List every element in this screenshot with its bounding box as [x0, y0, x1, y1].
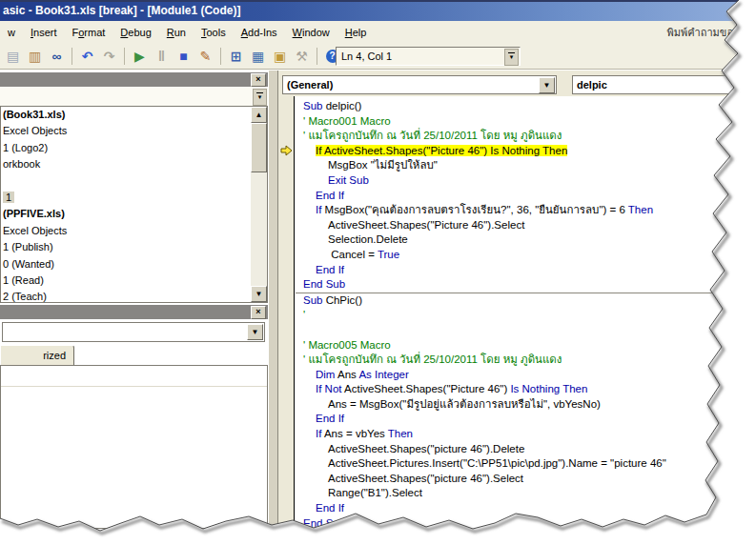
tree-item[interactable]: (Book31.xls) — [1, 107, 267, 123]
code-line[interactable]: ' — [296, 308, 756, 323]
code-line[interactable]: ActiveSheet.Shapes("picture 46").Select — [296, 472, 756, 487]
code-line[interactable]: ActiveSheet.Shapes("Picture 46").Select — [296, 218, 756, 233]
code-line[interactable] — [296, 323, 756, 338]
tree-item[interactable] — [1, 173, 267, 190]
copy-icon[interactable]: ▤ — [3, 47, 23, 66]
properties-window-icon[interactable]: ▦ — [248, 47, 268, 66]
menu-item-w[interactable]: w — [0, 21, 23, 44]
tree-item[interactable]: 1 (Logo2) — [1, 140, 267, 156]
code-line[interactable]: Range("B1").Select — [296, 486, 756, 501]
toolbar-separator — [124, 48, 125, 65]
tree-scrollbar-thumb[interactable] — [251, 123, 267, 172]
code-line[interactable]: End If — [296, 263, 756, 278]
toolbox-icon[interactable]: ⚒ — [292, 47, 312, 66]
object-dropdown-arrow-icon[interactable]: ▼ — [539, 77, 555, 93]
run-icon[interactable]: ▶ — [130, 47, 150, 66]
find-icon[interactable]: ∞ — [47, 47, 67, 66]
tree-item[interactable]: (PPFIVE.xls) — [1, 206, 267, 222]
menu-item-window[interactable]: Window — [285, 21, 337, 44]
code-line[interactable]: ActiveSheet.Pictures.Insert("C:\PP51\pic… — [296, 456, 756, 472]
object-dropdown-value: (General) — [287, 79, 333, 91]
vba-editor-window: asic - Book31.xls [break] - [Module1 (Co… — [0, 0, 756, 545]
code-line[interactable]: Exit Sub — [296, 173, 756, 189]
tree-item[interactable]: 0 (Wanted) — [1, 256, 267, 272]
menu-item-tools[interactable]: Tools — [194, 21, 234, 44]
code-line[interactable]: End If — [296, 412, 756, 427]
line-col-indicator[interactable]: Ln 4, Col 1 ▾ — [336, 47, 521, 66]
code-line[interactable]: End Sub — [296, 516, 756, 532]
code-lines: Sub delpic()' Macro001 Macro' แมโครถูกบั… — [296, 99, 756, 531]
project-toolbar-row: ▾ — [0, 87, 268, 107]
reset-icon[interactable]: ■ — [174, 47, 194, 66]
project-panel-header[interactable]: × — [0, 72, 268, 87]
code-line[interactable]: End Sub — [296, 277, 756, 293]
code-line[interactable]: MsgBox "ไม่มีรูปให้ลบ" — [296, 158, 756, 173]
code-line[interactable]: Selection.Delete — [296, 232, 756, 248]
properties-grid-divider — [1, 386, 267, 387]
help-question-box[interactable]: พิมพ์คำถามขอ — [661, 21, 739, 44]
code-editor[interactable]: Sub delpic()' Macro001 Macro' แมโครถูกบั… — [296, 96, 756, 545]
window-title: asic - Book31.xls [break] - [Module1 (Co… — [0, 2, 756, 20]
code-line[interactable]: Cancel = True — [296, 248, 756, 263]
title-bar[interactable]: asic - Book31.xls [break] - [Module1 (Co… — [0, 0, 756, 21]
code-line[interactable]: ' Macro005 Macro — [296, 338, 756, 353]
tab-categorized[interactable]: rized — [0, 345, 74, 365]
code-margin-bar[interactable] — [278, 96, 295, 545]
procedure-dropdown[interactable]: delpic — [572, 75, 753, 94]
code-line[interactable]: If ActiveSheet.Shapes("Picture 46") Is N… — [296, 144, 756, 159]
procedure-dropdown-value: delpic — [577, 79, 607, 91]
scroll-down-icon[interactable]: ▼ — [251, 286, 267, 302]
tree-item[interactable]: 2 (Teach) — [1, 289, 267, 303]
properties-combo-arrow-icon[interactable]: ▼ — [247, 324, 263, 340]
code-line[interactable]: End If — [296, 189, 756, 204]
tree-item[interactable]: Excel Objects — [1, 123, 267, 139]
object-dropdown[interactable]: (General) ▼ — [282, 75, 557, 94]
object-browser-icon[interactable]: ▣ — [270, 47, 290, 66]
menu-item-help[interactable]: Help — [337, 21, 375, 44]
tree-item[interactable]: orkbook — [1, 156, 267, 172]
menu-item-insert[interactable]: Insert — [23, 21, 65, 44]
menu-item-format[interactable]: Format — [64, 21, 112, 44]
undo-icon[interactable]: ↶ — [77, 47, 97, 66]
project-close-icon[interactable]: × — [251, 73, 266, 87]
project-explorer-icon[interactable]: ⊞ — [226, 47, 246, 66]
toolbar-separator — [72, 48, 72, 65]
toolbar-separator — [317, 48, 317, 65]
properties-combo-value — [3, 327, 6, 338]
project-tree: (Book31.xls)Excel Objects1 (Logo2)orkboo… — [0, 106, 268, 303]
execution-point-arrow-icon — [280, 145, 293, 156]
toolbar-separator — [220, 48, 221, 65]
menu-bar: wInsertFormatDebugRunToolsAdd-InsWindowH… — [0, 21, 756, 45]
code-line[interactable]: Sub delpic() — [296, 99, 756, 114]
properties-panel-header[interactable]: × — [0, 305, 268, 319]
menu-item-run[interactable]: Run — [159, 21, 194, 44]
tree-item[interactable]: Excel Objects — [1, 223, 267, 239]
code-line[interactable]: Dim Ans As Integer — [296, 368, 756, 383]
paste-icon[interactable]: ▥ — [25, 47, 45, 66]
code-line[interactable]: ActiveSheet.Shapes("picture 46").Delete — [296, 442, 756, 457]
menu-item-addins[interactable]: Add-Ins — [234, 21, 285, 44]
panel-splitter[interactable] — [268, 71, 278, 529]
design-mode-icon[interactable]: ✎ — [195, 47, 215, 66]
toolbar-options-arrow-icon[interactable]: ▾ — [504, 49, 519, 66]
redo-icon[interactable]: ↷ — [99, 47, 119, 66]
code-line[interactable]: End If — [296, 501, 756, 516]
code-line[interactable]: If Not ActiveSheet.Shapes("Picture 46") … — [296, 382, 756, 397]
code-line[interactable]: If MsgBox("คุณต้องการลบตราโรงเรียน?", 36… — [296, 203, 756, 218]
properties-close-icon[interactable]: × — [251, 306, 266, 319]
break-icon[interactable]: ‖ — [152, 47, 172, 66]
code-line[interactable]: ' แมโครถูกบันทึก ณ วันที่ 25/10/2011 โดย… — [296, 129, 756, 144]
project-tree-items: (Book31.xls)Excel Objects1 (Logo2)orkboo… — [1, 107, 267, 303]
tree-item[interactable]: 1 — [1, 190, 267, 206]
properties-object-combo[interactable]: ▼ — [2, 322, 265, 342]
project-toolbar-overflow-icon[interactable]: ▾ — [253, 89, 267, 106]
code-line[interactable]: Ans = MsgBox("มีรูปอยู่แล้วต้องการลบหรือ… — [296, 397, 756, 413]
scroll-up-icon[interactable]: ▲ — [251, 107, 267, 123]
code-line[interactable]: Sub ChPic() — [296, 293, 756, 309]
menu-item-debug[interactable]: Debug — [112, 21, 158, 44]
code-line[interactable]: ' Macro001 Macro — [296, 114, 756, 130]
tree-item[interactable]: 1 (Publish) — [1, 239, 267, 255]
tree-item[interactable]: 1 (Read) — [1, 272, 267, 289]
code-line[interactable]: If Ans = vbYes Then — [296, 427, 756, 442]
code-line[interactable]: ' แมโครถูกบันทึก ณ วันที่ 25/10/2011 โดย… — [296, 353, 756, 368]
